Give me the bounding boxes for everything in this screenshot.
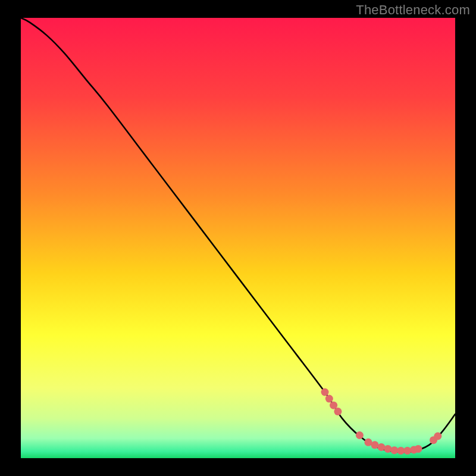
highlight-dot xyxy=(403,447,411,455)
highlight-dot xyxy=(321,389,329,396)
highlight-dot xyxy=(325,395,333,403)
highlight-dot xyxy=(434,433,441,440)
attribution-label: TheBottleneck.com xyxy=(356,2,470,18)
gradient-panel xyxy=(21,18,455,458)
highlight-dot xyxy=(334,408,342,415)
highlight-dot xyxy=(414,445,422,453)
highlight-dot xyxy=(356,431,364,439)
highlight-dot xyxy=(384,445,392,453)
plot-area xyxy=(21,18,455,458)
chart-stage: TheBottleneck.com xyxy=(0,0,476,476)
highlight-dot xyxy=(377,443,385,451)
chart-svg xyxy=(21,18,455,458)
